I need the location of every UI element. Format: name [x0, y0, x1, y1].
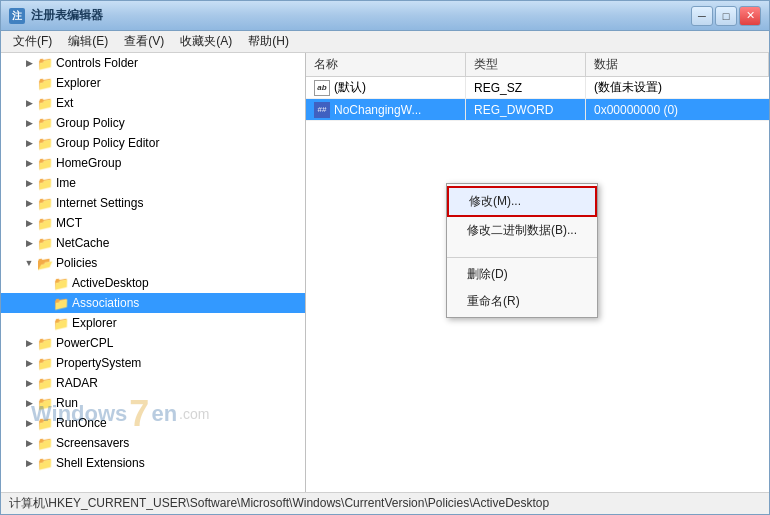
tree-item[interactable]: ▶📁Ime	[1, 173, 305, 193]
expand-icon[interactable]: ▶	[21, 435, 37, 451]
expand-icon[interactable]: ▶	[21, 455, 37, 471]
expand-icon[interactable]: ▼	[21, 255, 37, 271]
context-menu-item[interactable]: 修改(M)...	[447, 186, 597, 217]
tree-label: Ime	[56, 176, 76, 190]
menu-view[interactable]: 查看(V)	[116, 31, 172, 52]
folder-icon: 📁	[37, 177, 53, 190]
context-menu-item[interactable]: 修改二进制数据(B)...	[447, 217, 597, 244]
expand-icon[interactable]: ▶	[21, 95, 37, 111]
reg-dword-icon: ##	[314, 102, 330, 118]
expand-icon[interactable]: ▶	[21, 155, 37, 171]
tree-item[interactable]: ▶📁PropertySystem	[1, 353, 305, 373]
expand-icon[interactable]: ▶	[21, 415, 37, 431]
tree-item[interactable]: ▼📂Policies	[1, 253, 305, 273]
folder-icon: 📁	[37, 397, 53, 410]
expand-icon[interactable]	[37, 275, 53, 291]
context-menu-item[interactable]: 删除(D)	[447, 261, 597, 288]
context-menu-item[interactable]: 重命名(R)	[447, 288, 597, 315]
expand-icon[interactable]: ▶	[21, 195, 37, 211]
tree-item[interactable]: ▶📁Group Policy Editor	[1, 133, 305, 153]
expand-icon[interactable]: ▶	[21, 235, 37, 251]
maximize-button[interactable]: □	[715, 6, 737, 26]
cell-type: REG_DWORD	[466, 99, 586, 120]
context-menu-item[interactable]	[447, 244, 597, 254]
cell-name: ##NoChangingW...	[306, 99, 466, 120]
col-header-data: 数据	[586, 53, 769, 76]
tree-item[interactable]: ▶📁MCT	[1, 213, 305, 233]
folder-icon: 📁	[37, 137, 53, 150]
table-header: 名称 类型 数据	[306, 53, 769, 77]
tree-label: MCT	[56, 216, 82, 230]
tree-item[interactable]: ▶📁Ext	[1, 93, 305, 113]
folder-icon: 📁	[53, 317, 69, 330]
tree-label: Policies	[56, 256, 97, 270]
tree-item[interactable]: ▶📁RunOnce	[1, 413, 305, 433]
expand-icon[interactable]: ▶	[21, 175, 37, 191]
menu-bar: 文件(F) 编辑(E) 查看(V) 收藏夹(A) 帮助(H)	[1, 31, 769, 53]
tree-item[interactable]: ▶📁PowerCPL	[1, 333, 305, 353]
expand-icon[interactable]: ▶	[21, 215, 37, 231]
main-window: 注 注册表编辑器 ─ □ ✕ 文件(F) 编辑(E) 查看(V) 收藏夹(A) …	[0, 0, 770, 515]
title-buttons: ─ □ ✕	[691, 6, 761, 26]
expand-icon[interactable]: ▶	[21, 55, 37, 71]
expand-icon[interactable]: ▶	[21, 355, 37, 371]
tree-label: RunOnce	[56, 416, 107, 430]
folder-icon: 📁	[53, 277, 69, 290]
tree-item[interactable]: ▶📁Internet Settings	[1, 193, 305, 213]
reg-name: (默认)	[334, 79, 366, 96]
expand-icon[interactable]: ▶	[21, 375, 37, 391]
status-text: 计算机\HKEY_CURRENT_USER\Software\Microsoft…	[9, 495, 549, 512]
expand-icon[interactable]: ▶	[21, 135, 37, 151]
close-button[interactable]: ✕	[739, 6, 761, 26]
folder-icon: 📁	[37, 77, 53, 90]
menu-help[interactable]: 帮助(H)	[240, 31, 297, 52]
tree-label: NetCache	[56, 236, 109, 250]
tree-label: Internet Settings	[56, 196, 143, 210]
tree-label: Run	[56, 396, 78, 410]
folder-icon: 📁	[37, 337, 53, 350]
tree-label: ActiveDesktop	[72, 276, 149, 290]
folder-icon: 📁	[53, 297, 69, 310]
tree-item[interactable]: ▶📁Screensavers	[1, 433, 305, 453]
tree-label: PropertySystem	[56, 356, 141, 370]
tree-item[interactable]: 📁Associations	[1, 293, 305, 313]
tree-panel[interactable]: ▶📁Controls Folder📁Explorer▶📁Ext▶📁Group P…	[1, 53, 306, 492]
window-icon: 注	[9, 8, 25, 24]
expand-icon[interactable]	[37, 295, 53, 311]
tree-item[interactable]: ▶📁Controls Folder	[1, 53, 305, 73]
tree-item[interactable]: ▶📁Shell Extensions	[1, 453, 305, 473]
tree-item[interactable]: ▶📁NetCache	[1, 233, 305, 253]
folder-icon: 📁	[37, 217, 53, 230]
expand-icon[interactable]	[37, 315, 53, 331]
folder-icon: 📁	[37, 237, 53, 250]
tree-label: Shell Extensions	[56, 456, 145, 470]
tree-label: RADAR	[56, 376, 98, 390]
menu-favorites[interactable]: 收藏夹(A)	[172, 31, 240, 52]
expand-icon[interactable]: ▶	[21, 395, 37, 411]
tree-item[interactable]: ▶📁Run	[1, 393, 305, 413]
folder-icon: 📁	[37, 357, 53, 370]
tree-item[interactable]: 📁Explorer	[1, 73, 305, 93]
reg-sz-icon: ab	[314, 80, 330, 96]
menu-edit[interactable]: 编辑(E)	[60, 31, 116, 52]
menu-file[interactable]: 文件(F)	[5, 31, 60, 52]
tree-label: Explorer	[56, 76, 101, 90]
expand-icon[interactable]	[21, 75, 37, 91]
tree-item[interactable]: ▶📁Group Policy	[1, 113, 305, 133]
tree-label: Group Policy	[56, 116, 125, 130]
expand-icon[interactable]: ▶	[21, 335, 37, 351]
window-title: 注册表编辑器	[31, 7, 691, 24]
col-header-type: 类型	[466, 53, 586, 76]
tree-item[interactable]: 📁Explorer	[1, 313, 305, 333]
folder-icon: 📁	[37, 417, 53, 430]
tree-item[interactable]: ▶📁HomeGroup	[1, 153, 305, 173]
cell-name: ab(默认)	[306, 77, 466, 98]
tree-label: Associations	[72, 296, 139, 310]
tree-item[interactable]: 📁ActiveDesktop	[1, 273, 305, 293]
table-row[interactable]: ##NoChangingW...REG_DWORD0x00000000 (0)	[306, 99, 769, 121]
expand-icon[interactable]: ▶	[21, 115, 37, 131]
tree-item[interactable]: ▶📁RADAR	[1, 373, 305, 393]
tree-label: Ext	[56, 96, 73, 110]
table-row[interactable]: ab(默认)REG_SZ(数值未设置)	[306, 77, 769, 99]
minimize-button[interactable]: ─	[691, 6, 713, 26]
